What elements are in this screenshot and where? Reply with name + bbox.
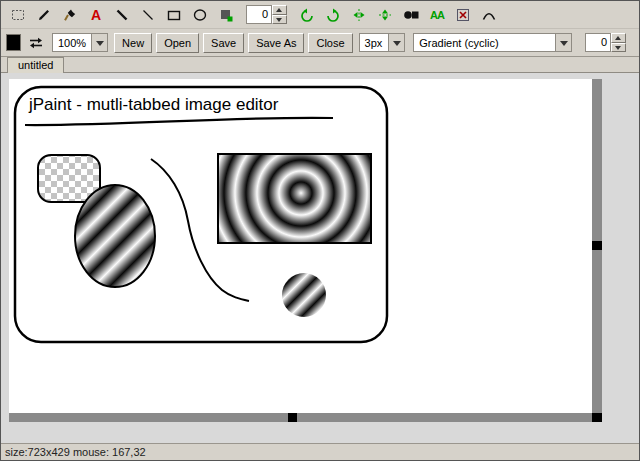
canvas-bottom-border xyxy=(9,413,602,422)
polyline-icon xyxy=(140,7,156,23)
spinner-down-button[interactable] xyxy=(611,43,626,53)
text-tool-button[interactable]: A xyxy=(84,3,108,27)
flip-horizontal-button[interactable] xyxy=(347,3,371,27)
flip-horizontal-icon xyxy=(351,7,367,23)
spinner-arrows xyxy=(611,33,626,52)
drawn-underline xyxy=(25,118,333,125)
rotate-right-button[interactable] xyxy=(321,3,345,27)
tab-untitled[interactable]: untitled xyxy=(7,57,64,73)
tools-toolbar: A 0 xyxy=(1,1,639,29)
antialias-icon: AA xyxy=(430,7,444,23)
stamp-icon xyxy=(218,7,234,23)
chevron-down-icon[interactable] xyxy=(91,34,107,51)
brush-tool-button[interactable] xyxy=(58,3,82,27)
save-as-button[interactable]: Save As xyxy=(248,33,304,53)
spinner-arrows xyxy=(272,5,287,24)
zoom-value: 100% xyxy=(53,34,91,51)
rotate-right-icon xyxy=(325,7,341,23)
file-toolbar: 100% New Open Save Save As Close 3px Gra… xyxy=(1,29,639,57)
spinner-value[interactable]: 0 xyxy=(246,5,272,24)
gradient-combobox[interactable]: Gradient (cyclic) xyxy=(413,33,572,52)
chevron-down-icon[interactable] xyxy=(388,34,404,51)
filled-shapes-button[interactable] xyxy=(399,3,423,27)
gradient-value: Gradient (cyclic) xyxy=(414,34,555,51)
canvas-right-border xyxy=(592,79,602,422)
swap-icon xyxy=(28,35,44,51)
new-button[interactable]: New xyxy=(114,33,152,53)
save-button[interactable]: Save xyxy=(203,33,244,53)
pencil-icon xyxy=(36,7,52,23)
filled-shapes-icon xyxy=(403,7,419,23)
brush-icon xyxy=(62,7,78,23)
gradient-spinner: 0 xyxy=(585,33,626,52)
tab-bar: untitled xyxy=(1,57,639,73)
arc-icon xyxy=(481,7,497,23)
rectangle-tool-button[interactable] xyxy=(162,3,186,27)
zoom-combobox[interactable]: 100% xyxy=(52,33,108,52)
spinner-value[interactable]: 0 xyxy=(585,33,611,52)
spinner-down-button[interactable] xyxy=(272,15,287,25)
jpaint-window: A 0 xyxy=(0,0,640,461)
canvas-resize-handle-right[interactable] xyxy=(592,241,602,250)
antialias-button[interactable]: AA xyxy=(425,3,449,27)
drawn-gradient-ellipse xyxy=(75,185,155,287)
stroke-width-value: 3px xyxy=(360,34,389,51)
rectangle-icon xyxy=(166,7,182,23)
ellipse-tool-button[interactable] xyxy=(188,3,212,27)
flip-vertical-button[interactable] xyxy=(373,3,397,27)
drawing-canvas[interactable]: jPaint - mutli-tabbed image editor xyxy=(9,79,592,413)
canvas-resize-handle-bottom[interactable] xyxy=(288,413,297,422)
spinner-up-button[interactable] xyxy=(611,33,626,43)
pencil-tool-button[interactable] xyxy=(32,3,56,27)
flip-vertical-icon xyxy=(377,7,393,23)
rotate-left-icon xyxy=(299,7,315,23)
select-icon xyxy=(10,7,26,23)
line-tool-button[interactable] xyxy=(110,3,134,27)
ellipse-icon xyxy=(192,7,208,23)
status-bar: size:723x429 mouse: 167,32 xyxy=(1,443,639,460)
drawn-rings-rect xyxy=(218,154,371,243)
tool-size-spinner: 0 xyxy=(246,5,287,24)
line-icon xyxy=(114,7,130,23)
canvas-drawing: jPaint - mutli-tabbed image editor xyxy=(9,79,592,413)
canvas-resize-handle-corner[interactable] xyxy=(592,413,602,422)
workspace: jPaint - mutli-tabbed image editor xyxy=(1,73,639,443)
arc-tool-button[interactable] xyxy=(477,3,501,27)
rotate-left-button[interactable] xyxy=(295,3,319,27)
text-tool-icon: A xyxy=(91,7,101,23)
chevron-down-icon[interactable] xyxy=(555,34,571,51)
drawn-gradient-circle xyxy=(282,273,326,317)
stroke-width-combobox[interactable]: 3px xyxy=(359,33,406,52)
polyline-tool-button[interactable] xyxy=(136,3,160,27)
delete-icon xyxy=(455,7,471,23)
stamp-tool-button[interactable] xyxy=(214,3,238,27)
delete-button[interactable] xyxy=(451,3,475,27)
canvas-title-text: jPaint - mutli-tabbed image editor xyxy=(28,95,279,114)
swap-colors-button[interactable] xyxy=(25,31,47,55)
current-color-swatch[interactable] xyxy=(6,34,21,51)
status-text: size:723x429 mouse: 167,32 xyxy=(5,446,146,458)
spinner-up-button[interactable] xyxy=(272,5,287,15)
select-tool-button[interactable] xyxy=(6,3,30,27)
open-button[interactable]: Open xyxy=(156,33,199,53)
close-button[interactable]: Close xyxy=(308,33,352,53)
